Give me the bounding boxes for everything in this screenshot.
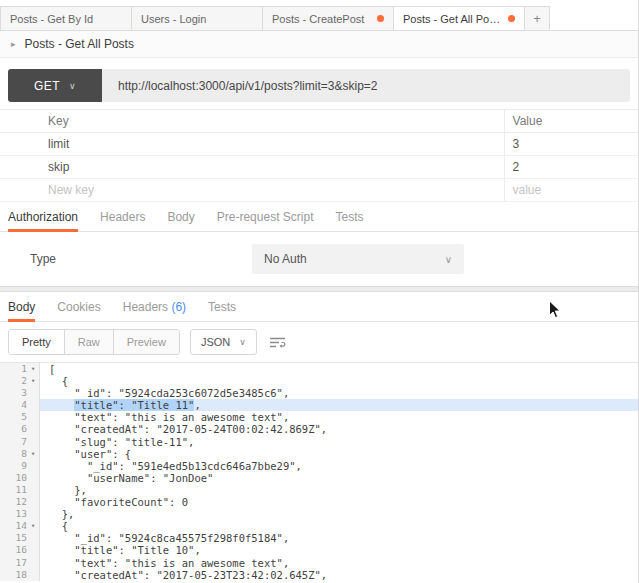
gutter: 4 [0,399,40,411]
line-number: 11 [0,484,27,496]
value-column-header: Value [504,110,638,133]
fold-arrow-icon[interactable]: ▾ [27,363,39,375]
gutter: 13 [0,508,40,520]
code-text[interactable]: }, [40,508,638,520]
view-mode-preview[interactable]: Preview [114,330,179,354]
tab-response-headers[interactable]: Headers (6) [123,292,186,322]
editor-line[interactable]: 12 "favoriteCount": 0 [0,496,638,508]
response-headers-label: Headers [123,300,172,314]
language-dropdown[interactable]: JSON ∨ [190,329,257,355]
code-text[interactable]: { [40,375,638,387]
view-mode-raw[interactable]: Raw [65,330,114,354]
editor-line[interactable]: 15 "_id": "5924c8ca45575f298f0f5184", [0,532,638,544]
editor-line[interactable]: 3 "_id": "5924cda253c6072d5e3485c6", [0,387,638,399]
line-number: 13 [0,508,27,520]
param-value-input[interactable]: 2 [504,156,638,179]
new-key-input[interactable]: New key [0,179,504,202]
request-title-bar[interactable]: ▸ Posts - Get All Posts [0,31,638,58]
fold-arrow-icon[interactable]: ▾ [27,520,39,532]
line-number: 9 [0,460,27,472]
line-number: 8 [0,448,27,460]
chevron-down-icon: ∨ [69,81,76,91]
tab-label: Users - Login [141,13,253,25]
editor-line[interactable]: 8▾ "user": { [0,448,638,460]
params-header-row: Key Value [0,110,638,133]
auth-type-dropdown[interactable]: No Auth ∨ [252,244,464,274]
code-text[interactable]: "user": { [40,448,638,460]
request-tab-bar: Posts - Get By Id Users - Login Posts - … [0,0,638,31]
editor-line[interactable]: 10 "userName": "JonDoe" [0,472,638,484]
code-text[interactable]: "title": "Title 10", [40,544,638,556]
editor-line[interactable]: 18 "createdAt": "2017-05-23T23:42:02.645… [0,569,638,581]
request-title: Posts - Get All Posts [25,37,134,51]
url-input[interactable]: http://localhost:3000/api/v1/posts?limit… [102,69,630,102]
editor-line[interactable]: 1▾ [ [0,363,638,375]
code-text[interactable]: "title": "Title 11", [40,399,638,411]
tab-pre-request-script[interactable]: Pre-request Script [217,202,314,232]
tab-headers[interactable]: Headers [100,202,145,232]
editor-line[interactable]: 16 "title": "Title 10", [0,544,638,556]
fold-arrow-icon[interactable]: ▾ [27,375,39,387]
code-text[interactable]: "text": "this is an awesome text", [40,557,638,569]
tab-users-login[interactable]: Users - Login [131,6,262,30]
param-key-input[interactable]: limit [0,133,504,156]
code-text[interactable]: { [40,520,638,532]
code-text[interactable]: "text": "this is an awesome text", [40,411,638,423]
gutter: 3 [0,387,40,399]
chevron-down-icon: ∨ [445,254,452,265]
editor-line[interactable]: 17 "text": "this is an awesome text", [0,557,638,569]
wrap-lines-icon [269,336,286,349]
editor-line[interactable]: 5 "text": "this is an awesome text", [0,411,638,423]
tab-tests[interactable]: Tests [335,202,363,232]
tab-response-body[interactable]: Body [8,292,35,322]
method-dropdown[interactable]: GET ∨ [8,69,102,102]
editor-line[interactable]: 13 }, [0,508,638,520]
fold-arrow-icon[interactable]: ▾ [27,448,39,460]
editor-line[interactable]: 14▾ { [0,520,638,532]
code-text[interactable]: "_id": "591e4ed5b13cdc646a7bbe29", [40,460,638,472]
new-value-input[interactable]: value [504,179,638,202]
code-text[interactable]: "createdAt": "2017-05-24T00:02:42.869Z", [40,423,638,435]
tab-posts-get-by-id[interactable]: Posts - Get By Id [0,6,131,30]
mouse-cursor [548,300,562,320]
params-table: Key Value limit 3 skip 2 New key value [0,109,638,202]
editor-line[interactable]: 2▾ { [0,375,638,387]
tab-response-tests[interactable]: Tests [208,292,236,322]
tab-authorization[interactable]: Authorization [8,202,78,232]
wrap-lines-button[interactable] [269,336,286,349]
tab-body[interactable]: Body [167,202,194,232]
code-text[interactable]: "_id": "5924c8ca45575f298f0f5184", [40,532,638,544]
gutter: 14▾ [0,520,40,532]
new-tab-button[interactable]: + [524,6,550,30]
tab-posts-get-all-posts[interactable]: Posts - Get All Posts [393,6,524,30]
code-text[interactable]: [ [40,363,638,375]
chevron-down-icon: ∨ [239,337,246,347]
line-number: 7 [0,436,27,448]
editor-line-selected[interactable]: 4 "title": "Title 11", [0,399,638,411]
code-text[interactable]: }, [40,484,638,496]
tab-response-cookies[interactable]: Cookies [57,292,100,322]
gutter: 9 [0,460,40,472]
code-text[interactable]: "slug": "title-11", [40,436,638,448]
editor-line[interactable]: 6 "createdAt": "2017-05-24T00:02:42.869Z… [0,423,638,435]
param-key-input[interactable]: skip [0,156,504,179]
tab-label: Posts - Get All Posts [403,13,502,25]
code-text[interactable]: "userName": "JonDoe" [40,472,638,484]
view-mode-pretty[interactable]: Pretty [9,330,65,354]
line-number: 15 [0,532,27,544]
code-text[interactable]: "createdAt": "2017-05-23T23:42:02.645Z", [40,569,638,581]
disclosure-caret-icon[interactable]: ▸ [11,39,16,49]
gutter: 10 [0,472,40,484]
editor-line[interactable]: 11 }, [0,484,638,496]
response-body-editor[interactable]: 1▾ [ 2▾ { 3 "_id": "5924cda253c6072d5e34… [0,362,638,581]
code-pre [49,399,74,411]
editor-line[interactable]: 9 "_id": "591e4ed5b13cdc646a7bbe29", [0,460,638,472]
param-value-input[interactable]: 3 [504,133,638,156]
editor-line[interactable]: 7 "slug": "title-11", [0,436,638,448]
code-text[interactable]: "favoriteCount": 0 [40,496,638,508]
code-text[interactable]: "_id": "5924cda253c6072d5e3485c6", [40,387,638,399]
param-row-new: New key value [0,179,638,202]
language-value: JSON [201,336,230,348]
tab-posts-createpost[interactable]: Posts - CreatePost [262,6,393,30]
param-row-limit: limit 3 [0,133,638,156]
